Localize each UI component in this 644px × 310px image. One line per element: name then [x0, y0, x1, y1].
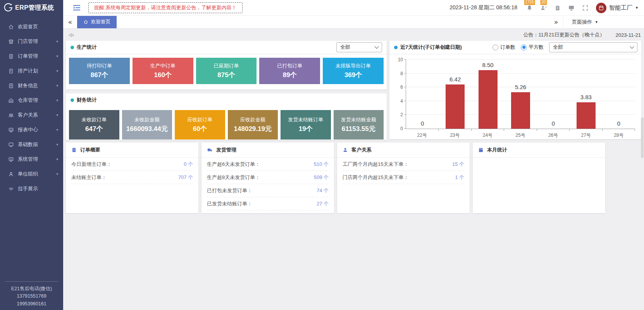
notification-bell-icon[interactable]: 1726 [526, 5, 533, 11]
support-phone-2: 19953960161 [5, 300, 59, 308]
tabs-scroll-left-button[interactable]: « [63, 16, 77, 28]
stat-card-packed[interactable]: 已打包订单 89个 [259, 58, 320, 84]
stat-card-delayed[interactable]: 已延期订单 875个 [196, 58, 257, 84]
production-filter-select[interactable]: 全部 [336, 42, 382, 52]
stat-card-to-print[interactable]: 待打印订单 867个 [69, 58, 130, 84]
month-stats-panel: 本月统计 [473, 143, 605, 213]
speaker-icon[interactable] [68, 32, 74, 38]
stat-card-shipped-unsettled-orders[interactable]: 发货未结账订单 19个 [281, 110, 331, 140]
finance-stats-title: 财务统计 [77, 96, 97, 103]
schedule-icon [8, 68, 14, 74]
info-row: 已发货未结账订单： 27 个 [207, 197, 329, 210]
sidebar-item-finance[interactable]: 财务信息 ▾ [0, 78, 63, 93]
collapse-menu-icon[interactable] [73, 5, 81, 11]
stat-card-receivable-orders[interactable]: 应收款订单 60个 [175, 110, 225, 140]
message-user-icon[interactable]: 20 [540, 5, 547, 11]
bar-value-label: 0 [603, 120, 635, 127]
x-axis-label: 27号 [570, 132, 603, 139]
sidebar-item-customers[interactable]: 客户关系 ▾ [0, 108, 63, 122]
customer-relations-panel: 客户关系 工厂两个月内超15天未下单： 15 个 门店两个月内超15天未下单： … [337, 143, 470, 213]
sidebar-item-organization[interactable]: 单位组织 ▾ [0, 167, 63, 181]
chevron-down-icon [630, 44, 634, 48]
chart-plot: 024681006.428.505.2603.830 [406, 60, 635, 129]
announcement-date: 2023-11-21 [615, 32, 641, 38]
home-icon [83, 19, 88, 24]
avatar [596, 3, 606, 13]
app-logo: ERP管理系统 [0, 0, 63, 16]
order-icon [8, 53, 14, 59]
clipboard-icon[interactable] [554, 5, 561, 11]
bar-value-label: 0 [406, 120, 439, 127]
sidebar-item-store[interactable]: 门店管理 ▾ [0, 34, 63, 49]
production-stats-panel: 生产统计 全部 待打印订单 867个 生产中订单 160个 已延期订单 875个… [66, 41, 387, 90]
document-icon [71, 147, 77, 153]
top-header: 提醒:系统每周定期更新，请注意查阅更新公告，了解更新内容！ 2023-11-28… [63, 0, 644, 16]
fullscreen-icon[interactable] [582, 5, 589, 11]
chart-bar [479, 70, 498, 129]
radio-order-count[interactable] [492, 45, 498, 50]
tabs-scroll-right-button[interactable]: » [549, 16, 563, 28]
warehouse-icon [8, 98, 14, 103]
radio-square-count[interactable] [521, 45, 527, 50]
stat-card-in-production[interactable]: 生产中订单 160个 [133, 58, 193, 84]
x-axis-label: 28号 [602, 132, 635, 139]
section-dot [71, 98, 74, 102]
chart-filter-select[interactable]: 全部 [549, 42, 637, 52]
chevron-down-icon: ▾ [56, 113, 58, 117]
info-row: 未结账主订单： 707 个 [71, 171, 193, 184]
sidebar-item-partner[interactable]: 拉手展示 [0, 181, 63, 196]
system-reminder[interactable]: 提醒:系统每周定期更新，请注意查阅更新公告，了解更新内容！ [88, 2, 243, 13]
x-axis-label: 22号 [406, 132, 439, 139]
info-row: 生产超6天未发货订单： 510 个 [207, 158, 329, 171]
announcement-bar: 公告：11月21日更新公告（晚十点） 2023-11-21 [68, 31, 641, 39]
bar-value-label: 5.26 [504, 84, 537, 90]
tab-welcome-home[interactable]: 欢迎首页 [77, 16, 117, 28]
x-axis-label: 23号 [439, 132, 472, 139]
person-icon [8, 171, 14, 177]
sidebar-item-system[interactable]: 系统管理 ▾ [0, 152, 63, 167]
chevron-down-icon: ▾ [56, 40, 58, 43]
production-stats-title: 生产统计 [77, 44, 97, 51]
stat-card-unscheduled-export[interactable]: 未排版导出订单 369个 [323, 58, 384, 84]
sidebar-item-orders[interactable]: 订单管理 ▾ [0, 49, 63, 64]
calendar-icon [478, 147, 484, 153]
support-phone-1: 13791551769 [5, 293, 59, 300]
chevron-down-icon: ▾ [56, 128, 58, 132]
header-actions: 2023-11-28 星期二 08:56:18 1726 20 智能工厂 ▼ [449, 3, 644, 13]
vertical-scrollbar[interactable] [641, 117, 644, 158]
finance-stats-panel: 财务统计 未收款订单 647个 未收款金额 1660093.44元 应收款订单 … [66, 93, 387, 140]
chevron-down-icon: ▾ [56, 54, 58, 58]
sidebar-item-reports[interactable]: 报表中心 ▾ [0, 122, 63, 137]
notification-badge: 1726 [524, 0, 535, 5]
monitor-icon [8, 157, 14, 162]
chevron-down-icon: ▾ [56, 157, 58, 161]
finance-icon [8, 83, 14, 89]
sidebar-item-warehouse[interactable]: 仓库管理 ▾ [0, 93, 63, 108]
sidebar-footer: E21售后电话(微信) 13791551769 19953960161 [5, 281, 59, 308]
report-icon [8, 127, 14, 133]
chevron-down-icon: ▾ [56, 84, 58, 88]
chart-x-labels: 22号23号24号25号26号27号28号 [406, 132, 635, 139]
info-row: 生产超8天未发货订单： 509 个 [207, 171, 329, 184]
tab-label: 欢迎首页 [91, 19, 110, 25]
info-row: 门店两个月内超15天未下单： 1 个 [343, 171, 464, 184]
chevron-down-icon: ▾ [56, 98, 58, 102]
stat-card-unpaid-amount[interactable]: 未收款金额 1660093.44元 [122, 110, 172, 140]
stat-card-unpaid-orders[interactable]: 未收款订单 647个 [69, 110, 119, 140]
bar-value-label: 6.42 [439, 76, 471, 83]
stat-card-shipped-unsettled-amount[interactable]: 发货未结账金额 61153.55元 [334, 110, 384, 140]
screen-cast-icon[interactable] [568, 5, 575, 11]
announcement-link[interactable]: 公告：11月21日更新公告（晚十点） [523, 31, 604, 38]
page-actions-dropdown[interactable]: 页面操作 ▼ [563, 16, 607, 28]
x-axis-label: 24号 [471, 132, 504, 139]
sidebar-item-home[interactable]: 欢迎首页 [0, 19, 63, 34]
bar-value-label: 3.83 [570, 94, 602, 100]
sidebar-item-base-data[interactable]: 基础数据 ▾ [0, 137, 63, 152]
user-menu[interactable]: 智能工厂 ▼ [596, 3, 639, 13]
bar-value-label: 8.50 [472, 62, 504, 68]
home-icon [8, 24, 14, 30]
sidebar-item-schedule[interactable]: 排产计划 ▾ [0, 64, 63, 78]
chevron-down-icon: ▼ [595, 20, 598, 24]
store-icon [8, 39, 14, 45]
stat-card-receivable-amount[interactable]: 应收款金额 148029.19元 [228, 110, 278, 140]
